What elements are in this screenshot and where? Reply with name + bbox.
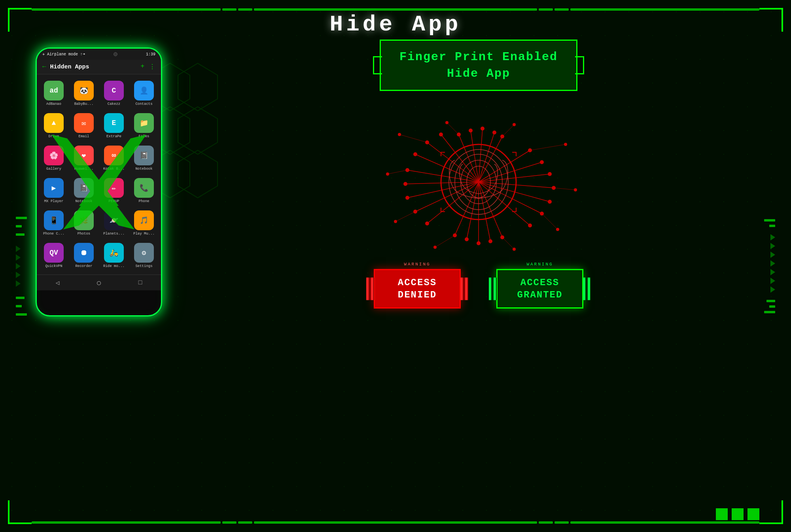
app-item[interactable]: 📓Notebook xyxy=(69,175,98,206)
phone-status-bar: ✈ Airplane mode ↑➜ 1:39 xyxy=(37,49,161,60)
page-title: Hide App xyxy=(330,12,462,37)
svg-point-52 xyxy=(425,222,429,225)
app-name-label: Files xyxy=(138,134,149,138)
svg-line-26 xyxy=(455,182,479,235)
app-item[interactable]: 🌿Photos xyxy=(69,207,98,239)
svg-line-74 xyxy=(542,214,558,229)
add-icon[interactable]: + xyxy=(140,63,144,71)
svg-line-79 xyxy=(399,134,427,142)
right-content-area: Finger Print Enabled Hide App xyxy=(190,40,767,508)
app-item[interactable]: 🪐Planets... xyxy=(99,207,129,239)
more-icon[interactable]: ⋮ xyxy=(149,63,155,71)
app-name-label: Gallery xyxy=(46,167,61,171)
status-time: 1:39 xyxy=(146,52,155,57)
app-name-label: Ride mo... xyxy=(103,264,125,268)
svg-line-71 xyxy=(502,125,514,136)
svg-line-72 xyxy=(530,144,566,150)
app-item[interactable]: 📱Phone C... xyxy=(39,207,68,239)
access-denied-button[interactable]: ACCESSDENIED xyxy=(374,269,461,309)
svg-line-13 xyxy=(479,133,494,182)
app-name-label: Drive xyxy=(48,134,59,138)
app-item[interactable]: 🎵Play Mu... xyxy=(129,207,159,239)
app-item[interactable]: ⏺Recorder xyxy=(69,240,98,271)
svg-point-36 xyxy=(469,129,473,133)
phone-header[interactable]: ← Hidden Apps + ⋮ xyxy=(37,60,161,74)
phone-screen-title: Hidden Apps xyxy=(50,64,137,70)
svg-point-44 xyxy=(548,200,552,204)
app-grid: adAdBanao🐼BabyBu...CCakezz👤Contacts▲Driv… xyxy=(37,74,161,275)
svg-point-41 xyxy=(540,160,544,164)
fingerprint-title-box: Finger Print Enabled Hide App xyxy=(380,40,577,91)
svg-line-70 xyxy=(447,123,459,134)
app-name-label: Kotak B... xyxy=(103,167,125,171)
svg-point-59 xyxy=(439,133,443,136)
svg-point-50 xyxy=(465,237,469,241)
bottom-square-2 xyxy=(732,508,744,520)
app-name-label: Cakezz xyxy=(108,102,120,106)
app-item[interactable]: ⚙Settings xyxy=(129,240,159,271)
svg-line-75 xyxy=(502,237,514,249)
app-name-label: Contacts xyxy=(135,102,152,106)
app-name-label: ExtraPe xyxy=(106,134,121,138)
access-denied-container: WARNING ACCESSDENIED xyxy=(374,269,461,309)
app-name-label: Settings xyxy=(135,264,152,268)
app-item[interactable]: 📁Files xyxy=(129,110,159,142)
nav-recent-icon[interactable]: □ xyxy=(138,279,142,286)
app-item[interactable]: CCakezz xyxy=(99,78,129,109)
svg-line-11 xyxy=(471,131,479,182)
app-item[interactable]: adAdBanao xyxy=(39,78,68,109)
app-item[interactable]: 📓Notebook xyxy=(129,142,159,174)
bottom-square-3 xyxy=(747,508,759,520)
app-item[interactable]: ∞Kotak B... xyxy=(99,142,129,174)
app-item[interactable]: 👤Contacts xyxy=(129,78,159,109)
app-name-label: Photos xyxy=(78,232,90,236)
app-item[interactable]: QVQuickVPN xyxy=(39,240,68,271)
access-granted-container: WARNING ACCESSGRANTED xyxy=(496,269,583,309)
svg-point-55 xyxy=(403,182,407,186)
svg-line-73 xyxy=(554,188,575,190)
nav-back-icon[interactable]: ◁ xyxy=(56,279,60,287)
access-granted-button[interactable]: ACCESSGRANTED xyxy=(496,269,583,309)
svg-point-49 xyxy=(477,241,481,245)
app-item[interactable]: ❤Huawei... xyxy=(69,142,98,174)
svg-line-12 xyxy=(479,129,483,182)
svg-point-37 xyxy=(481,127,484,131)
app-name-label: Recorder xyxy=(75,264,92,268)
app-item[interactable]: 🛵Ride mo... xyxy=(99,240,129,271)
app-item[interactable]: ▲Drive xyxy=(39,110,68,142)
app-name-label: Email xyxy=(78,134,89,138)
bottom-deco-bar xyxy=(32,521,759,524)
svg-point-54 xyxy=(405,196,409,200)
app-name-label: Phone xyxy=(138,199,149,203)
svg-line-14 xyxy=(479,136,502,182)
bottom-buttons-row: WARNING ACCESSDENIED WARNING ACCESSGRANT… xyxy=(190,269,767,309)
app-name-label: PENUP xyxy=(108,199,119,203)
svg-point-57 xyxy=(413,152,417,156)
phone-header-icons[interactable]: + ⋮ xyxy=(140,63,155,71)
app-name-label: QuickVPN xyxy=(45,264,62,268)
phone-mockup: ✈ Airplane mode ↑➜ 1:39 ← Hidden Apps + … xyxy=(36,47,162,316)
app-name-label: BabyBu... xyxy=(74,102,94,106)
app-item[interactable]: 🌸Gallery xyxy=(39,142,68,174)
bottom-squares xyxy=(716,508,759,520)
app-item[interactable]: ✏PENUP xyxy=(99,175,129,206)
warning-denied-label: WARNING xyxy=(404,262,430,267)
phone-nav-bar[interactable]: ◁ ◯ □ xyxy=(37,275,161,290)
app-item[interactable]: EExtraPe xyxy=(99,110,129,142)
svg-line-78 xyxy=(388,170,407,174)
app-name-label: Play Mu... xyxy=(133,232,155,236)
svg-point-38 xyxy=(492,131,496,134)
corner-tr xyxy=(759,8,783,32)
nav-home-icon[interactable]: ◯ xyxy=(97,279,101,287)
corner-bl xyxy=(8,500,32,524)
app-item[interactable]: ▶MX Player xyxy=(39,175,68,206)
app-item[interactable]: 🐼BabyBu... xyxy=(69,78,98,109)
app-name-label: Notebook xyxy=(135,167,152,171)
svg-point-48 xyxy=(488,239,492,243)
app-item[interactable]: ✉Email xyxy=(69,110,98,142)
corner-tl xyxy=(8,8,32,32)
app-name-label: Phone C... xyxy=(43,232,64,236)
svg-line-77 xyxy=(396,212,415,222)
back-icon[interactable]: ← xyxy=(42,63,46,70)
app-item[interactable]: 📞Phone xyxy=(129,175,159,206)
